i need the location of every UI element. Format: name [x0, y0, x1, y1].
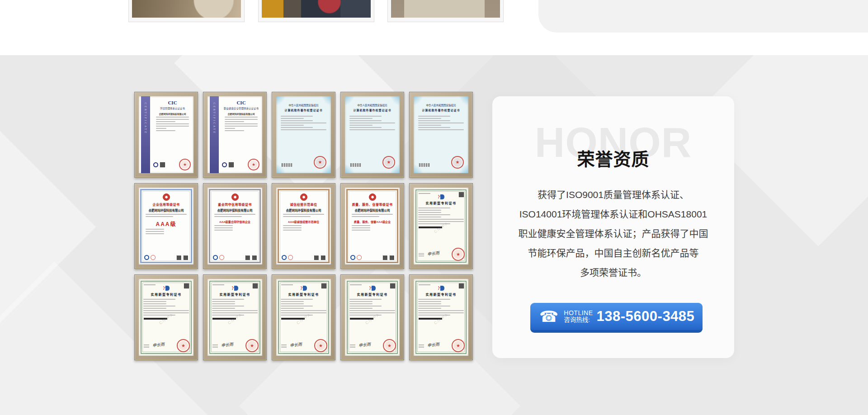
- project-photo-card[interactable]: [258, 0, 374, 22]
- qr-code: [252, 255, 257, 260]
- certificate-utility-patent: 实用新型专利证书 申长雨 CNIPA: [414, 279, 468, 356]
- honor-description-line: 职业健康安全管理体系认证；产品获得了中国: [503, 224, 723, 243]
- red-national-seal: [177, 339, 190, 352]
- red-national-seal: [452, 339, 465, 352]
- qr-code: [253, 283, 258, 288]
- certificate-title: 职业健康安全管理体系认证证书: [220, 107, 262, 110]
- certificate-utility-patent: 实用新型专利证书 申长雨 CNIPA: [345, 279, 400, 356]
- project-photo-card[interactable]: [387, 0, 504, 22]
- red-round-seal: [219, 255, 224, 260]
- certificate-utility-patent: 实用新型专利证书 申长雨 CNIPA: [276, 279, 331, 356]
- cic-logo: CIC: [220, 100, 262, 105]
- construction-site-photo: [391, 0, 500, 18]
- certificate-thumbnail[interactable]: 企业信用等级证书 合肥珂玛环保科技有限公司 AAA级: [134, 183, 198, 269]
- red-national-seal: [245, 339, 259, 352]
- qr-code: [459, 192, 464, 197]
- red-seal: [179, 159, 191, 170]
- certificate-software-copyright: 中华人民共和国国家版权局 计算机软件著作权登记证书: [345, 96, 400, 173]
- certificate-company: 合肥珂玛环保科技有限公司: [220, 112, 262, 115]
- qr-code: [184, 255, 188, 260]
- blue-round-seal: [350, 255, 355, 260]
- certificate-integrity-unit: 诚信经营示范单位 合肥珂玛环保科技有限公司 AAA级诚信经营示范单位: [276, 188, 331, 264]
- barcode: [282, 163, 292, 167]
- certificate-software-copyright: 中华人民共和国国家版权局 计算机软件著作权登记证书: [414, 96, 468, 173]
- red-round-seal: [288, 255, 293, 260]
- section-title: 荣誉资质: [492, 145, 734, 170]
- red-star-seal: [451, 156, 464, 169]
- qr-code: [321, 255, 326, 260]
- certificate-thumbnail[interactable]: 实用新型专利证书 申长雨 CNIPA: [409, 274, 473, 360]
- honor-card: HONOR 荣誉资质 获得了ISO9001质量管理体系认证、 ISO14001环…: [492, 96, 734, 358]
- hotline-phone-number: 138-5600-3485: [597, 308, 695, 325]
- red-seal: [248, 159, 259, 170]
- qr-code: [459, 283, 464, 288]
- page-root: CERTIFICATE CIC 环境管理体系认证证书 合肥珂玛环保科技有限公司: [0, 0, 868, 415]
- red-national-seal: [314, 339, 327, 352]
- honor-description-line: ISO14001环境管理体系认证和OHSAS18001: [503, 204, 723, 224]
- qr-code: [229, 162, 234, 167]
- red-star-seal: [382, 156, 395, 169]
- red-star-seal: [314, 156, 326, 169]
- certificate-thumbnail[interactable]: 实用新型专利证书 申长雨 CNIPA: [409, 183, 473, 269]
- barcode: [350, 163, 361, 167]
- certificate-thumbnail[interactable]: CERTIFICATE CIC 环境管理体系认证证书 合肥珂玛环保科技有限公司: [134, 92, 198, 178]
- qr-code: [390, 255, 394, 260]
- construction-site-photo: [262, 0, 371, 18]
- certificate-thumbnail[interactable]: CERTIFICATE CIC 职业健康安全管理体系认证证书 合肥珂玛环保科技有…: [203, 92, 267, 178]
- certificate-thumbnail[interactable]: 实用新型专利证书 申长雨 CNIPA: [203, 274, 267, 360]
- blue-round-seal: [144, 255, 149, 260]
- certificate-utility-patent: 实用新型专利证书 申长雨 CNIPA: [414, 188, 468, 264]
- construction-site-photo: [132, 0, 241, 18]
- hotline-button[interactable]: ☎ HOTLINE 咨询热线: 138-5600-3485: [530, 303, 703, 333]
- certificate-title: 计算机软件著作权登记证书: [414, 108, 468, 112]
- certificate-thumbnail[interactable]: 实用新型专利证书 申长雨 CNIPA: [272, 274, 335, 360]
- qr-code: [245, 255, 250, 260]
- certificate-software-copyright: 中华人民共和国国家版权局 计算机软件著作权登记证书: [276, 96, 331, 173]
- certificate-company: 合肥珂玛环保科技有限公司: [151, 112, 193, 115]
- cic-round-logo: [153, 162, 158, 167]
- red-national-seal: [383, 339, 396, 352]
- certificate-contract-credit: 重合同守信用等级证书 合肥珂玛环保科技有限公司 AAA级重合同守信用企业: [208, 188, 262, 264]
- hotline-label-en: HOTLINE: [564, 309, 593, 316]
- honor-description-line: 多项荣誉证书。: [503, 263, 723, 282]
- certificate-enterprise-credit: 企业信用等级证书 合肥珂玛环保科技有限公司 AAA级: [139, 188, 193, 264]
- project-photo-card[interactable]: [128, 0, 245, 22]
- certificate-thumbnail[interactable]: 重合同守信用等级证书 合肥珂玛环保科技有限公司 AAA级重合同守信用企业: [203, 183, 267, 269]
- certificate-thumbnail[interactable]: 中华人民共和国国家版权局 计算机软件著作权登记证书: [340, 92, 404, 178]
- certificate-cic-ohs: CERTIFICATE CIC 职业健康安全管理体系认证证书 合肥珂玛环保科技有…: [208, 96, 262, 173]
- certificate-quality-service: 质量、服务、信誉等级证书 合肥珂玛环保科技有限公司 质量、服务、信誉AAA级企业: [345, 188, 400, 264]
- blue-round-seal: [282, 255, 287, 260]
- certificate-thumbnail[interactable]: 中华人民共和国国家版权局 计算机软件著作权登记证书: [272, 92, 335, 178]
- certificate-side-band: CERTIFICATE: [141, 96, 150, 173]
- top-right-panel: [538, 0, 868, 33]
- certificate-grid: CERTIFICATE CIC 环境管理体系认证证书 合肥珂玛环保科技有限公司: [134, 92, 473, 360]
- honor-description-line: 节能环保产品，中国自主创新名优产品等: [503, 243, 723, 263]
- barcode: [419, 163, 430, 167]
- red-round-seal: [357, 255, 362, 260]
- qr-code: [177, 255, 181, 260]
- certificate-side-band: CERTIFICATE: [210, 96, 219, 173]
- certificate-utility-patent: 实用新型专利证书 申长雨 CNIPA: [139, 279, 193, 356]
- cic-round-logo: [222, 162, 227, 167]
- certificate-utility-patent: 实用新型专利证书 申长雨 CNIPA: [208, 279, 262, 356]
- certificate-thumbnail[interactable]: 质量、服务、信誉等级证书 合肥珂玛环保科技有限公司 质量、服务、信誉AAA级企业: [340, 183, 404, 269]
- qr-code: [314, 255, 319, 260]
- certificate-thumbnail[interactable]: 诚信经营示范单位 合肥珂玛环保科技有限公司 AAA级诚信经营示范单位: [272, 183, 335, 269]
- qr-code: [383, 255, 387, 260]
- red-round-seal: [151, 255, 156, 260]
- certificate-title: 计算机软件著作权登记证书: [345, 108, 400, 112]
- honor-description-line: 获得了ISO9001质量管理体系认证、: [503, 185, 723, 204]
- hotline-label-zh: 咨询热线:: [564, 316, 593, 324]
- certificate-cic-environment: CERTIFICATE CIC 环境管理体系认证证书 合肥珂玛环保科技有限公司: [139, 96, 193, 173]
- qr-code: [321, 283, 326, 288]
- phone-icon: ☎: [539, 309, 558, 324]
- certificate-thumbnail[interactable]: 实用新型专利证书 申长雨 CNIPA: [340, 274, 404, 360]
- blue-round-seal: [213, 255, 218, 260]
- honor-section: CERTIFICATE CIC 环境管理体系认证证书 合肥珂玛环保科技有限公司: [0, 55, 868, 415]
- qr-code: [160, 162, 165, 167]
- certificate-thumbnail[interactable]: 中华人民共和国国家版权局 计算机软件著作权登记证书: [409, 92, 473, 178]
- qr-code: [184, 283, 189, 288]
- certificate-title: 计算机软件著作权登记证书: [276, 108, 331, 112]
- honor-description: 获得了ISO9001质量管理体系认证、 ISO14001环境管理体系认证和OHS…: [503, 185, 723, 282]
- certificate-thumbnail[interactable]: 实用新型专利证书 申长雨 CNIPA: [134, 274, 198, 360]
